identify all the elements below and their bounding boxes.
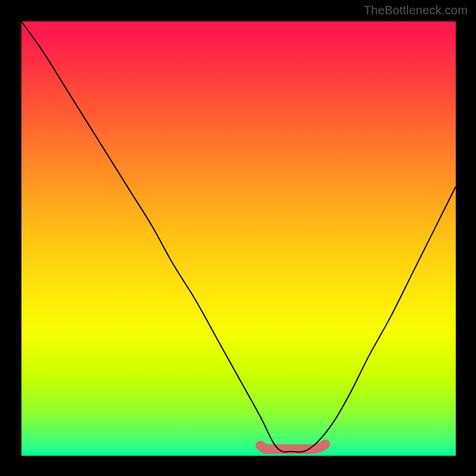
plot-area (21, 21, 456, 456)
chart-frame: TheBottleneck.com (0, 0, 476, 476)
curve-svg (21, 21, 456, 456)
baseline-glow (21, 451, 456, 456)
valley-highlight (261, 444, 326, 449)
watermark-text: TheBottleneck.com (364, 4, 468, 17)
main-curve (21, 21, 456, 452)
